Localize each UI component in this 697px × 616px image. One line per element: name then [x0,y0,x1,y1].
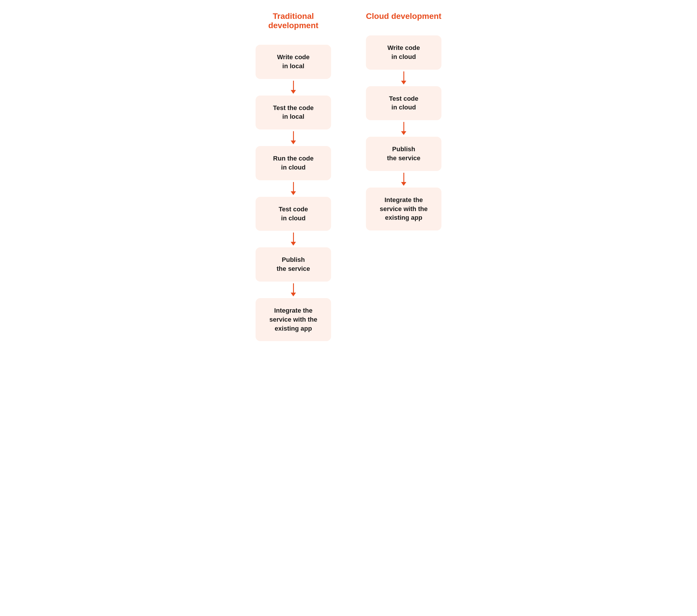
arrow-line [403,173,404,182]
traditional-step-1: Test the code in local [255,95,331,130]
arrow-head [291,242,296,245]
traditional-step-2: Run the code in cloud [255,146,331,180]
traditional-title: Traditional development [255,12,331,30]
cloud-arrow-2 [401,173,406,186]
arrow-line [403,71,404,81]
arrow-line [293,232,294,242]
arrow-line [293,182,294,191]
traditional-step-4: Publish the service [255,247,331,282]
traditional-arrow-0 [291,81,296,94]
cloud-title: Cloud development [366,12,442,21]
cloud-arrow-1 [401,122,406,135]
traditional-arrow-4 [291,283,296,296]
arrow-head [401,81,406,85]
columns-wrapper: Traditional developmentWrite code in loc… [174,12,523,341]
arrow-head [291,191,296,195]
arrow-line [293,131,294,140]
column-cloud: Cloud developmentWrite code in cloudTest… [366,12,442,341]
traditional-step-3: Test code in cloud [255,197,331,231]
traditional-step-5: Integrate the service with the existing … [255,298,331,341]
arrow-line [293,283,294,292]
traditional-arrow-3 [291,232,296,245]
arrow-head [401,182,406,186]
arrow-head [291,90,296,94]
arrow-line [403,122,404,131]
cloud-step-0: Write code in cloud [366,35,442,70]
arrow-line [293,81,294,90]
cloud-step-1: Test code in cloud [366,86,442,120]
cloud-arrow-0 [401,71,406,85]
arrow-head [291,140,296,144]
arrow-head [291,292,296,296]
cloud-step-2: Publish the service [366,137,442,171]
traditional-step-0: Write code in local [255,45,331,79]
page-container: Traditional developmentWrite code in loc… [174,12,523,341]
traditional-arrow-1 [291,131,296,144]
cloud-step-3: Integrate the service with the existing … [366,187,442,230]
traditional-arrow-2 [291,182,296,195]
column-traditional: Traditional developmentWrite code in loc… [255,12,331,341]
arrow-head [401,131,406,135]
